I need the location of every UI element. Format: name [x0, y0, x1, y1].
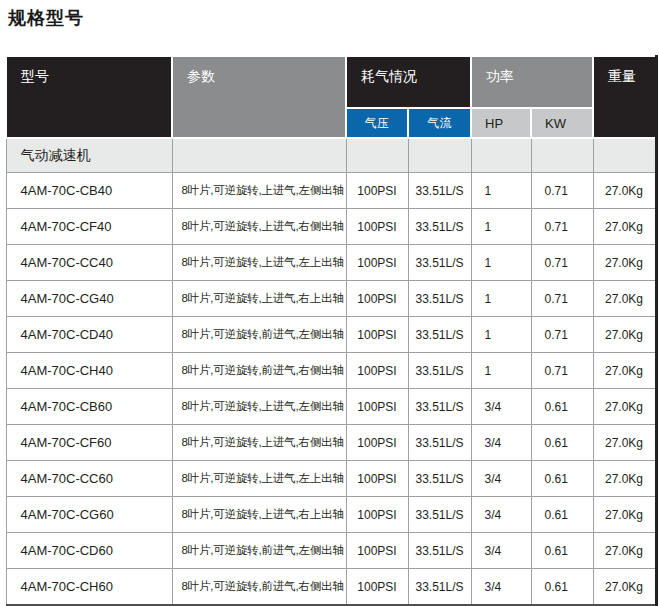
kw-cell: 0.61: [531, 569, 593, 606]
header-power: 功率: [471, 56, 593, 108]
kw-cell: 0.61: [531, 461, 593, 497]
pressure-cell: 100PSI: [346, 209, 408, 245]
model-cell: 4AM-70C-CD40: [6, 317, 172, 353]
flow-cell: 33.51L/S: [408, 533, 471, 569]
table-row: 4AM-70C-CH60 8叶片,可逆旋转,前进气,右侧出轴 100PSI 33…: [6, 569, 656, 606]
pressure-cell: 100PSI: [346, 173, 408, 209]
table-row: 4AM-70C-CC60 8叶片,可逆旋转,上进气,左上出轴 100PSI 33…: [6, 461, 656, 497]
kw-cell: 0.61: [531, 533, 593, 569]
spec-table: 型号 参数 耗气情况 功率 重量 气压 气流 HP KW 气动减速机: [5, 55, 658, 606]
section-empty-cell: [593, 138, 656, 173]
flow-cell: 33.51L/S: [408, 569, 471, 606]
params-cell: 8叶片,可逆旋转,前进气,左侧出轴: [172, 317, 346, 353]
hp-cell: 3/4: [471, 425, 531, 461]
flow-cell: 33.51L/S: [408, 245, 471, 281]
kw-cell: 0.71: [531, 281, 593, 317]
weight-cell: 27.0Kg: [593, 461, 656, 497]
params-cell: 8叶片,可逆旋转,前进气,左侧出轴: [172, 533, 346, 569]
flow-cell: 33.51L/S: [408, 425, 471, 461]
pressure-cell: 100PSI: [346, 569, 408, 606]
hp-cell: 3/4: [471, 497, 531, 533]
hp-cell: 1: [471, 245, 531, 281]
pressure-cell: 100PSI: [346, 353, 408, 389]
params-cell: 8叶片,可逆旋转,上进气,左侧出轴: [172, 173, 346, 209]
table-row: 4AM-70C-CG40 8叶片,可逆旋转,上进气,右上出轴 100PSI 33…: [6, 281, 656, 317]
kw-cell: 0.61: [531, 497, 593, 533]
params-cell: 8叶片,可逆旋转,前进气,右侧出轴: [172, 353, 346, 389]
table-row: 4AM-70C-CC40 8叶片,可逆旋转,上进气,左上出轴 100PSI 33…: [6, 245, 656, 281]
weight-cell: 27.0Kg: [593, 533, 656, 569]
hp-cell: 1: [471, 317, 531, 353]
kw-cell: 0.71: [531, 353, 593, 389]
section-empty-cell: [408, 138, 471, 173]
flow-cell: 33.51L/S: [408, 281, 471, 317]
model-cell: 4AM-70C-CF40: [6, 209, 172, 245]
subheader-kw: KW: [531, 108, 593, 138]
pressure-cell: 100PSI: [346, 281, 408, 317]
flow-cell: 33.51L/S: [408, 353, 471, 389]
params-cell: 8叶片,可逆旋转,前进气,右侧出轴: [172, 569, 346, 606]
subheader-pressure: 气压: [346, 108, 408, 138]
weight-cell: 27.0Kg: [593, 389, 656, 425]
table-row: 4AM-70C-CF40 8叶片,可逆旋转,上进气,右侧出轴 100PSI 33…: [6, 209, 656, 245]
kw-cell: 0.71: [531, 173, 593, 209]
table-row: 4AM-70C-CG60 8叶片,可逆旋转,上进气,右上出轴 100PSI 33…: [6, 497, 656, 533]
pressure-cell: 100PSI: [346, 317, 408, 353]
pressure-cell: 100PSI: [346, 245, 408, 281]
model-cell: 4AM-70C-CH60: [6, 569, 172, 606]
params-cell: 8叶片,可逆旋转,上进气,右上出轴: [172, 497, 346, 533]
table-row: 4AM-70C-CB40 8叶片,可逆旋转,上进气,左侧出轴 100PSI 33…: [6, 173, 656, 209]
section-row: 气动减速机: [6, 138, 656, 173]
section-empty-cell: [346, 138, 408, 173]
section-label: 气动减速机: [6, 138, 172, 173]
weight-cell: 27.0Kg: [593, 317, 656, 353]
pressure-cell: 100PSI: [346, 461, 408, 497]
header-params: 参数: [172, 56, 346, 138]
section-empty-cell: [172, 138, 346, 173]
weight-cell: 27.0Kg: [593, 173, 656, 209]
table-row: 4AM-70C-CB60 8叶片,可逆旋转,上进气,左侧出轴 100PSI 33…: [6, 389, 656, 425]
pressure-cell: 100PSI: [346, 497, 408, 533]
hp-cell: 3/4: [471, 389, 531, 425]
weight-cell: 27.0Kg: [593, 425, 656, 461]
flow-cell: 33.51L/S: [408, 317, 471, 353]
model-cell: 4AM-70C-CH40: [6, 353, 172, 389]
table-header: 型号 参数 耗气情况 功率 重量 气压 气流 HP KW: [6, 56, 656, 138]
flow-cell: 33.51L/S: [408, 497, 471, 533]
pressure-cell: 100PSI: [346, 425, 408, 461]
params-cell: 8叶片,可逆旋转,上进气,右侧出轴: [172, 425, 346, 461]
model-cell: 4AM-70C-CG60: [6, 497, 172, 533]
flow-cell: 33.51L/S: [408, 173, 471, 209]
pressure-cell: 100PSI: [346, 389, 408, 425]
flow-cell: 33.51L/S: [408, 209, 471, 245]
params-cell: 8叶片,可逆旋转,上进气,右上出轴: [172, 281, 346, 317]
table-row: 4AM-70C-CD60 8叶片,可逆旋转,前进气,左侧出轴 100PSI 33…: [6, 533, 656, 569]
header-model: 型号: [6, 56, 172, 138]
weight-cell: 27.0Kg: [593, 209, 656, 245]
pressure-cell: 100PSI: [346, 533, 408, 569]
table-row: 4AM-70C-CH40 8叶片,可逆旋转,前进气,右侧出轴 100PSI 33…: [6, 353, 656, 389]
kw-cell: 0.61: [531, 425, 593, 461]
weight-cell: 27.0Kg: [593, 353, 656, 389]
flow-cell: 33.51L/S: [408, 461, 471, 497]
params-cell: 8叶片,可逆旋转,上进气,左侧出轴: [172, 389, 346, 425]
table-row: 4AM-70C-CD40 8叶片,可逆旋转,前进气,左侧出轴 100PSI 33…: [6, 317, 656, 353]
model-cell: 4AM-70C-CG40: [6, 281, 172, 317]
model-cell: 4AM-70C-CB40: [6, 173, 172, 209]
header-air-consumption: 耗气情况: [346, 56, 471, 108]
section-empty-cell: [471, 138, 531, 173]
hp-cell: 3/4: [471, 569, 531, 606]
header-weight: 重量: [593, 56, 656, 138]
params-cell: 8叶片,可逆旋转,上进气,左上出轴: [172, 461, 346, 497]
hp-cell: 1: [471, 353, 531, 389]
model-cell: 4AM-70C-CF60: [6, 425, 172, 461]
hp-cell: 3/4: [471, 461, 531, 497]
weight-cell: 27.0Kg: [593, 569, 656, 606]
weight-cell: 27.0Kg: [593, 281, 656, 317]
model-cell: 4AM-70C-CC60: [6, 461, 172, 497]
hp-cell: 3/4: [471, 533, 531, 569]
catalog-page: 规格型号 型号 参数 耗气情况 功率 重量 气压 气流 HP KW: [0, 0, 659, 606]
kw-cell: 0.71: [531, 209, 593, 245]
subheader-flow: 气流: [408, 108, 471, 138]
model-cell: 4AM-70C-CC40: [6, 245, 172, 281]
